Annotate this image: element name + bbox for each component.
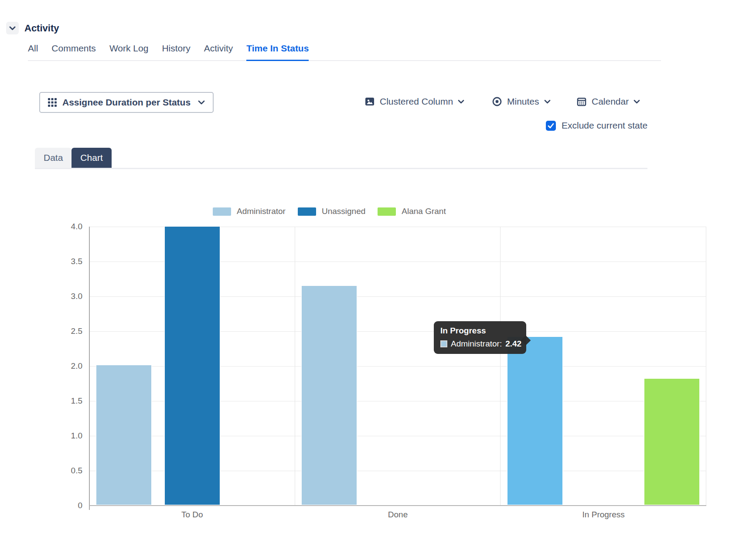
chevron-down-icon [458,100,464,104]
tab-work-log[interactable]: Work Log [109,43,149,61]
page-title: Activity [24,23,59,34]
exclude-current-state-checkbox[interactable]: Exclude current state [546,120,647,131]
chart-type-dropdown[interactable]: Clustered Column [364,96,464,107]
tab-chart[interactable]: Chart [72,148,111,168]
bar-administrator-to-do[interactable] [96,365,152,505]
activity-header: Activity [6,22,59,34]
legend-item-administrator[interactable]: Administrator [213,207,286,216]
chevron-down-icon [544,100,551,104]
legend-label-unassigned: Unassigned [322,207,365,216]
x-axis-label-in-progress: In Progress [501,510,706,520]
grid-icon [48,98,57,107]
calendar-label: Calendar [592,96,629,107]
eye-icon [492,96,502,107]
report-type-label: Assignee Duration per Status [62,97,191,108]
image-icon [364,96,375,107]
calendar-icon [576,96,587,107]
x-axis-labels: To DoDoneIn Progress [89,510,706,520]
chevron-down-icon [198,100,205,105]
y-axis-tick-label: 3.0 [58,292,82,301]
y-axis-line [89,227,90,510]
tab-all[interactable]: All [28,43,38,61]
chevron-down-icon [9,26,16,31]
time-in-status-panel: Activity All Comments Work Log History A… [0,0,756,557]
plot-area: In Progress Administrator: 2.42 00.51.01… [89,227,706,506]
report-type-dropdown[interactable]: Assignee Duration per Status [39,92,214,113]
legend-label-alana-grant: Alana Grant [402,207,446,216]
category-boundary-gridline [295,227,295,506]
legend-label-administrator: Administrator [237,207,286,216]
checkbox-checked[interactable] [546,121,556,131]
x-axis-label-to-do: To Do [89,510,295,520]
view-tab-bar: Data Chart [35,148,112,168]
y-axis-tick-label: 4.0 [58,222,82,231]
tooltip-title: In Progress [440,326,520,336]
chart-type-label: Clustered Column [380,96,453,107]
tooltip-series-swatch [440,340,447,347]
y-axis-tick-label: 2.0 [58,361,82,371]
tooltip-series-label: Administrator: [451,339,502,349]
unit-dropdown[interactable]: Minutes [492,96,551,107]
tab-comments[interactable]: Comments [51,43,96,61]
legend-swatch-unassigned [298,207,316,216]
category-boundary-gridline [706,227,706,506]
tab-history[interactable]: History [162,43,190,61]
x-axis-line [89,505,706,506]
bar-administrator-in-progress[interactable] [507,336,563,505]
tooltip-row: Administrator: 2.42 [440,339,520,349]
bar-administrator-done[interactable] [301,285,357,505]
y-axis-tick-label: 1.5 [58,396,82,406]
legend-item-unassigned[interactable]: Unassigned [298,207,365,216]
calendar-dropdown[interactable]: Calendar [576,96,640,107]
category-boundary-gridline [500,227,501,506]
tab-time-in-status[interactable]: Time In Status [246,43,309,61]
y-axis-tick-label: 0 [58,501,82,510]
y-axis-tick-label: 2.5 [58,326,82,336]
unit-label: Minutes [507,96,539,107]
chevron-down-icon [633,100,640,104]
y-axis-tick-label: 0.5 [58,466,82,475]
view-tabs-divider [35,168,647,169]
exclude-current-state-label: Exclude current state [562,120,647,131]
tab-data[interactable]: Data [35,148,72,168]
y-axis-tick-label: 1.0 [58,431,82,441]
y-axis-tick-label: 3.5 [58,257,82,266]
activity-tab-bar: All Comments Work Log History Activity T… [28,43,661,61]
bar-unassigned-to-do[interactable] [164,226,220,505]
legend-swatch-administrator [213,207,231,216]
tab-activity[interactable]: Activity [204,43,233,61]
chart-legend: AdministratorUnassignedAlana Grant [213,207,446,216]
bar-alana-grant-in-progress[interactable] [644,378,700,505]
legend-item-alana-grant[interactable]: Alana Grant [378,207,446,216]
chart-tooltip: In Progress Administrator: 2.42 [434,321,526,354]
legend-swatch-alana-grant [378,207,396,216]
activity-collapse-button[interactable] [6,22,19,34]
tooltip-value: 2.42 [505,339,521,349]
checkmark-icon [548,123,554,129]
x-axis-label-done: Done [295,510,501,520]
